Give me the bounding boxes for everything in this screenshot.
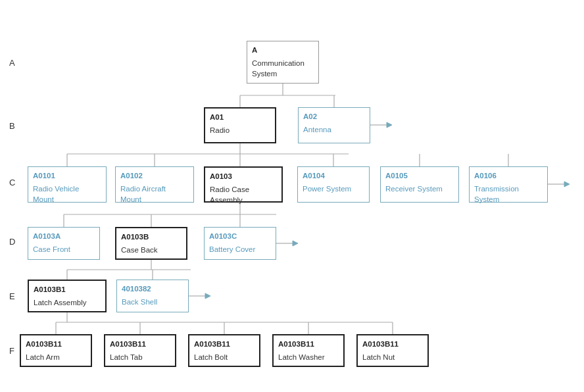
node-name-a0103b11e: Latch Nut xyxy=(362,352,423,362)
node-id-a0106: A0106 xyxy=(474,170,543,181)
node-name-a0104: Power System xyxy=(303,184,364,194)
svg-marker-35 xyxy=(205,293,210,299)
node-a: ACommunication System xyxy=(247,41,319,84)
node-name-a0103c: Battery Cover xyxy=(209,244,271,255)
node-id-4010382: 4010382 xyxy=(122,283,183,294)
node-id-a0103b11b: A0103B11 xyxy=(110,339,170,349)
node-id-a0101: A0101 xyxy=(33,170,101,181)
level-A: A xyxy=(9,58,15,68)
node-id-a0103b11e: A0103B11 xyxy=(362,339,423,349)
node-name-a0106: Transmission System xyxy=(474,184,543,205)
node-name-a0103b11b: Latch Tab xyxy=(110,352,170,362)
level-E: E xyxy=(9,291,15,301)
page-title xyxy=(0,0,584,14)
node-a0101: A0101Radio Vehicle Mount xyxy=(28,166,107,203)
node-name-a: Communication System xyxy=(252,58,314,79)
level-B: B xyxy=(9,121,15,131)
node-name-a0103a: Case Front xyxy=(33,244,95,255)
node-id-a0103b1: A0103B1 xyxy=(34,284,101,295)
node-id-a0103: A0103 xyxy=(210,171,277,182)
node-a0103: A0103Radio Case Assembly xyxy=(204,166,283,203)
node-a0103b11c: A0103B11Latch Bolt xyxy=(188,334,260,367)
node-name-a01: Radio xyxy=(210,125,270,135)
node-name-a0103b1: Latch Assembly xyxy=(34,297,101,308)
node-id-a0103a: A0103A xyxy=(33,231,95,241)
level-D: D xyxy=(9,237,15,247)
node-name-4010382: Back Shell xyxy=(122,297,183,307)
node-id-a0102: A0102 xyxy=(120,170,189,181)
node-a02: A02Antenna xyxy=(298,107,370,143)
node-a0103a: A0103ACase Front xyxy=(28,227,100,260)
svg-marker-31 xyxy=(564,182,570,187)
node-name-a0103b11c: Latch Bolt xyxy=(194,352,255,362)
node-a0106: A0106Transmission System xyxy=(469,166,548,203)
svg-marker-33 xyxy=(293,241,298,246)
node-name-a0103b: Case Back xyxy=(121,245,182,255)
node-id-a0103b11c: A0103B11 xyxy=(194,339,255,349)
node-a0103b: A0103BCase Back xyxy=(115,227,187,260)
node-a0105: A0105Receiver System xyxy=(380,166,459,203)
node-id-a02: A02 xyxy=(303,111,365,122)
node-id-a0104: A0104 xyxy=(303,170,364,181)
node-id-a0103b11d: A0103B11 xyxy=(278,339,339,349)
node-name-a02: Antenna xyxy=(303,124,365,135)
node-id-a01: A01 xyxy=(210,112,270,122)
node-a0103b11b: A0103B11Latch Tab xyxy=(104,334,176,367)
level-F: F xyxy=(9,346,14,356)
node-a0103c: A0103CBattery Cover xyxy=(204,227,276,260)
node-name-a0101: Radio Vehicle Mount xyxy=(33,184,101,205)
node-id-a0103b: A0103B xyxy=(121,232,182,242)
node-id-a: A xyxy=(252,45,314,55)
level-C: C xyxy=(9,178,15,187)
node-a0103b11d: A0103B11Latch Washer xyxy=(272,334,345,367)
node-4010382: 4010382Back Shell xyxy=(116,280,189,312)
node-a0103b11a: A0103B11Latch Arm xyxy=(20,334,92,367)
node-name-a0102: Radio Aircraft Mount xyxy=(120,184,189,205)
node-a0103b1: A0103B1Latch Assembly xyxy=(28,280,107,312)
svg-marker-29 xyxy=(387,122,392,128)
node-name-a0105: Receiver System xyxy=(385,184,454,194)
node-a0102: A0102Radio Aircraft Mount xyxy=(115,166,194,203)
node-a01: A01Radio xyxy=(204,107,276,143)
node-name-a0103: Radio Case Assembly xyxy=(210,184,277,205)
node-id-a0105: A0105 xyxy=(385,170,454,181)
node-a0103b11e: A0103B11Latch Nut xyxy=(356,334,429,367)
node-id-a0103b11a: A0103B11 xyxy=(26,339,86,349)
node-id-a0103c: A0103C xyxy=(209,231,271,241)
node-name-a0103b11d: Latch Washer xyxy=(278,352,339,362)
node-name-a0103b11a: Latch Arm xyxy=(26,352,86,362)
node-a0104: A0104Power System xyxy=(297,166,370,203)
